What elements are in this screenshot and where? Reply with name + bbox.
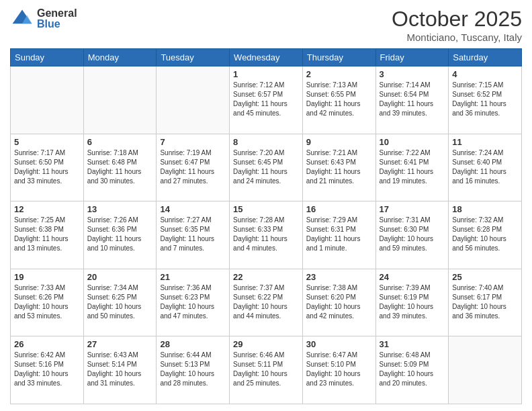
day-number: 17 [380, 204, 445, 214]
calendar-cell [11, 66, 84, 134]
day-info: Sunrise: 7:17 AM Sunset: 6:50 PM Dayligh… [14, 148, 80, 186]
calendar-cell: 1Sunrise: 7:12 AM Sunset: 6:57 PM Daylig… [230, 66, 303, 134]
day-number: 11 [452, 137, 518, 147]
calendar-cell: 10Sunrise: 7:22 AM Sunset: 6:41 PM Dayli… [375, 134, 449, 201]
calendar-cell: 31Sunrise: 6:48 AM Sunset: 5:09 PM Dayli… [375, 336, 449, 404]
day-info: Sunrise: 6:47 AM Sunset: 5:10 PM Dayligh… [306, 351, 372, 388]
day-info: Sunrise: 7:21 AM Sunset: 6:43 PM Dayligh… [306, 148, 372, 186]
day-number: 15 [233, 204, 299, 214]
day-number: 9 [306, 137, 372, 147]
day-number: 23 [306, 272, 372, 282]
day-info: Sunrise: 7:37 AM Sunset: 6:22 PM Dayligh… [233, 283, 299, 321]
day-info: Sunrise: 7:28 AM Sunset: 6:33 PM Dayligh… [233, 216, 299, 253]
calendar-cell: 15Sunrise: 7:28 AM Sunset: 6:33 PM Dayli… [230, 201, 303, 269]
page: General Blue October 2025 Monticiano, Tu… [0, 0, 532, 411]
calendar-header-thursday: Thursday [302, 49, 375, 66]
day-info: Sunrise: 7:27 AM Sunset: 6:35 PM Dayligh… [160, 216, 226, 253]
day-number: 4 [452, 69, 518, 79]
day-number: 27 [87, 339, 153, 349]
calendar-table: SundayMondayTuesdayWednesdayThursdayFrid… [10, 48, 522, 404]
calendar-cell: 16Sunrise: 7:29 AM Sunset: 6:31 PM Dayli… [302, 201, 375, 269]
day-info: Sunrise: 7:19 AM Sunset: 6:47 PM Dayligh… [160, 148, 226, 186]
calendar-cell: 27Sunrise: 6:43 AM Sunset: 5:14 PM Dayli… [83, 336, 157, 404]
day-info: Sunrise: 6:43 AM Sunset: 5:14 PM Dayligh… [87, 351, 153, 388]
calendar-cell: 6Sunrise: 7:18 AM Sunset: 6:48 PM Daylig… [83, 134, 157, 201]
calendar-header-row: SundayMondayTuesdayWednesdayThursdayFrid… [11, 49, 522, 66]
calendar-cell: 3Sunrise: 7:14 AM Sunset: 6:54 PM Daylig… [375, 66, 449, 134]
calendar-cell: 7Sunrise: 7:19 AM Sunset: 6:47 PM Daylig… [157, 134, 230, 201]
calendar-cell: 14Sunrise: 7:27 AM Sunset: 6:35 PM Dayli… [157, 201, 230, 269]
day-info: Sunrise: 7:39 AM Sunset: 6:19 PM Dayligh… [380, 283, 445, 321]
day-number: 19 [14, 272, 80, 282]
day-info: Sunrise: 7:25 AM Sunset: 6:38 PM Dayligh… [14, 216, 80, 253]
calendar-cell: 12Sunrise: 7:25 AM Sunset: 6:38 PM Dayli… [11, 201, 84, 269]
day-info: Sunrise: 7:24 AM Sunset: 6:40 PM Dayligh… [452, 148, 518, 186]
day-info: Sunrise: 7:40 AM Sunset: 6:17 PM Dayligh… [452, 283, 518, 321]
day-number: 12 [14, 204, 80, 214]
day-info: Sunrise: 7:12 AM Sunset: 6:57 PM Dayligh… [233, 81, 299, 118]
calendar-cell: 17Sunrise: 7:31 AM Sunset: 6:30 PM Dayli… [375, 201, 449, 269]
day-info: Sunrise: 7:13 AM Sunset: 6:55 PM Dayligh… [306, 81, 372, 118]
month-title: October 2025 [392, 7, 522, 32]
logo-general-text: General [37, 8, 77, 19]
calendar-cell: 11Sunrise: 7:24 AM Sunset: 6:40 PM Dayli… [449, 134, 522, 201]
calendar-header-wednesday: Wednesday [230, 49, 303, 66]
header: General Blue October 2025 Monticiano, Tu… [10, 7, 522, 43]
calendar-cell [157, 66, 230, 134]
day-info: Sunrise: 7:18 AM Sunset: 6:48 PM Dayligh… [87, 148, 153, 186]
day-info: Sunrise: 7:32 AM Sunset: 6:28 PM Dayligh… [452, 216, 518, 253]
day-number: 16 [306, 204, 372, 214]
calendar-header-saturday: Saturday [449, 49, 522, 66]
calendar-cell: 9Sunrise: 7:21 AM Sunset: 6:43 PM Daylig… [302, 134, 375, 201]
day-number: 31 [380, 339, 445, 349]
day-number: 26 [14, 339, 80, 349]
calendar-cell: 23Sunrise: 7:38 AM Sunset: 6:20 PM Dayli… [302, 269, 375, 336]
title-area: October 2025 Monticiano, Tuscany, Italy [392, 7, 522, 43]
day-info: Sunrise: 7:36 AM Sunset: 6:23 PM Dayligh… [160, 283, 226, 321]
calendar-cell: 5Sunrise: 7:17 AM Sunset: 6:50 PM Daylig… [11, 134, 84, 201]
logo-icon [10, 7, 34, 31]
day-info: Sunrise: 7:26 AM Sunset: 6:36 PM Dayligh… [87, 216, 153, 253]
calendar-cell: 28Sunrise: 6:44 AM Sunset: 5:13 PM Dayli… [157, 336, 230, 404]
calendar-week-row: 19Sunrise: 7:33 AM Sunset: 6:26 PM Dayli… [11, 269, 522, 336]
day-number: 7 [160, 137, 226, 147]
calendar-header-friday: Friday [375, 49, 449, 66]
calendar-cell: 21Sunrise: 7:36 AM Sunset: 6:23 PM Dayli… [157, 269, 230, 336]
day-number: 8 [233, 137, 299, 147]
day-info: Sunrise: 6:46 AM Sunset: 5:11 PM Dayligh… [233, 351, 299, 388]
day-info: Sunrise: 6:48 AM Sunset: 5:09 PM Dayligh… [380, 351, 445, 388]
day-info: Sunrise: 6:42 AM Sunset: 5:16 PM Dayligh… [14, 351, 80, 388]
day-info: Sunrise: 7:29 AM Sunset: 6:31 PM Dayligh… [306, 216, 372, 253]
calendar-cell: 25Sunrise: 7:40 AM Sunset: 6:17 PM Dayli… [449, 269, 522, 336]
day-info: Sunrise: 7:33 AM Sunset: 6:26 PM Dayligh… [14, 283, 80, 321]
calendar-cell: 8Sunrise: 7:20 AM Sunset: 6:45 PM Daylig… [230, 134, 303, 201]
calendar-cell: 13Sunrise: 7:26 AM Sunset: 6:36 PM Dayli… [83, 201, 157, 269]
calendar-header-sunday: Sunday [11, 49, 84, 66]
day-number: 20 [87, 272, 153, 282]
day-number: 28 [160, 339, 226, 349]
calendar-week-row: 1Sunrise: 7:12 AM Sunset: 6:57 PM Daylig… [11, 66, 522, 134]
day-info: Sunrise: 7:15 AM Sunset: 6:52 PM Dayligh… [452, 81, 518, 118]
day-number: 29 [233, 339, 299, 349]
calendar-body: 1Sunrise: 7:12 AM Sunset: 6:57 PM Daylig… [11, 66, 522, 404]
calendar-cell: 24Sunrise: 7:39 AM Sunset: 6:19 PM Dayli… [375, 269, 449, 336]
calendar-week-row: 5Sunrise: 7:17 AM Sunset: 6:50 PM Daylig… [11, 134, 522, 201]
calendar-header-tuesday: Tuesday [157, 49, 230, 66]
calendar-cell [449, 336, 522, 404]
day-number: 13 [87, 204, 153, 214]
calendar-cell: 4Sunrise: 7:15 AM Sunset: 6:52 PM Daylig… [449, 66, 522, 134]
calendar-week-row: 12Sunrise: 7:25 AM Sunset: 6:38 PM Dayli… [11, 201, 522, 269]
day-number: 18 [452, 204, 518, 214]
calendar-week-row: 26Sunrise: 6:42 AM Sunset: 5:16 PM Dayli… [11, 336, 522, 404]
day-number: 22 [233, 272, 299, 282]
day-number: 2 [306, 69, 372, 79]
location: Monticiano, Tuscany, Italy [392, 32, 522, 43]
day-number: 14 [160, 204, 226, 214]
calendar-cell: 18Sunrise: 7:32 AM Sunset: 6:28 PM Dayli… [449, 201, 522, 269]
day-info: Sunrise: 7:31 AM Sunset: 6:30 PM Dayligh… [380, 216, 445, 253]
day-info: Sunrise: 7:38 AM Sunset: 6:20 PM Dayligh… [306, 283, 372, 321]
day-number: 21 [160, 272, 226, 282]
day-info: Sunrise: 7:34 AM Sunset: 6:25 PM Dayligh… [87, 283, 153, 321]
calendar-cell: 20Sunrise: 7:34 AM Sunset: 6:25 PM Dayli… [83, 269, 157, 336]
day-number: 30 [306, 339, 372, 349]
